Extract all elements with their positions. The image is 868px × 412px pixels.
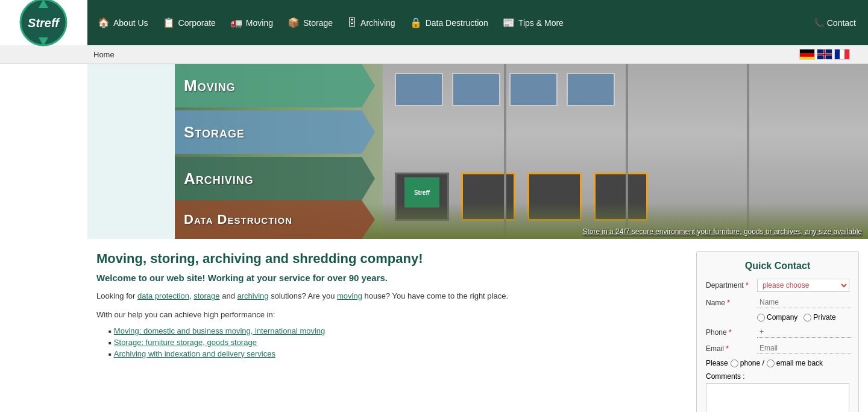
company-radio[interactable] <box>757 314 765 322</box>
services-list: ■ Moving: domestic and business moving, … <box>108 326 678 358</box>
storage-link[interactable]: storage <box>193 291 219 300</box>
main-nav: 🏠 About Us 📋 Corporate 🚛 Moving 📦 Storag… <box>87 0 868 45</box>
tips-more-icon: 📰 <box>503 17 515 28</box>
phone-label: Phone * <box>706 328 757 337</box>
hero-data-destruction-label: Data Destruction <box>184 212 292 227</box>
hero-moving-label: Moving <box>184 77 236 95</box>
department-select[interactable]: please choose <box>757 279 849 292</box>
flag-de[interactable] <box>799 49 815 60</box>
nav-data-destruction[interactable]: 🔒 Data Destruction <box>403 0 495 45</box>
services-intro: With our help you can achieve high perfo… <box>96 309 678 322</box>
hero-section: Streff Moving Storage <box>175 64 868 239</box>
nav-archiving[interactable]: 🗄 Archiving <box>340 0 403 45</box>
nav-moving[interactable]: 🚛 Moving <box>223 0 280 45</box>
quick-contact-title: Quick Contact <box>706 261 849 271</box>
svg-text:Streff: Streff <box>28 16 60 30</box>
list-item-storage: ■ Storage: furniture storage, goods stor… <box>108 338 678 347</box>
moving-icon: 🚛 <box>230 17 242 28</box>
email-callback-label[interactable]: email me back <box>767 359 823 367</box>
contact-phone-icon: 📞 <box>814 18 824 28</box>
list-item-moving: ■ Moving: domestic and business moving, … <box>108 326 678 335</box>
comments-row: Comments : <box>706 372 849 412</box>
phone-row: Phone * <box>706 326 849 338</box>
hero-storage-overlay[interactable]: Storage <box>175 110 362 154</box>
private-radio-label[interactable]: Private <box>804 313 835 322</box>
page-subtitle: Welcome to our web site! Working at your… <box>96 273 678 283</box>
intro-paragraph: Looking for data protection, storage and… <box>96 290 678 303</box>
moving-list-link[interactable]: Moving: domestic and business moving, in… <box>114 326 325 335</box>
nav-tips-more[interactable]: 📰 Tips & More <box>495 0 571 45</box>
nav-about-us[interactable]: 🏠 About Us <box>90 0 156 45</box>
phone-input[interactable] <box>757 326 852 338</box>
email-label: Email * <box>706 344 757 353</box>
breadcrumb-home[interactable]: Home <box>93 50 115 59</box>
department-row: Department * please choose <box>706 279 849 292</box>
email-callback-radio[interactable] <box>767 360 775 367</box>
email-input[interactable] <box>757 343 852 354</box>
comments-label: Comments : <box>706 372 849 381</box>
name-label: Name * <box>706 299 757 307</box>
comments-textarea[interactable] <box>706 383 849 412</box>
hero-caption: Store in a 24/7 secure environment your … <box>582 227 862 236</box>
nav-storage[interactable]: 📦 Storage <box>280 0 340 45</box>
email-row: Email * <box>706 343 849 354</box>
header: Streff 🏠 About Us 📋 Corporate 🚛 Moving 📦… <box>0 0 868 45</box>
language-selector <box>799 49 850 60</box>
company-private-row: Company Private <box>706 313 849 322</box>
storage-list-link[interactable]: Storage: furniture storage, goods storag… <box>114 338 257 347</box>
hero-moving-overlay[interactable]: Moving <box>175 64 362 107</box>
home-icon: 🏠 <box>98 17 110 28</box>
data-protection-link[interactable]: data protection <box>137 291 189 300</box>
corporate-icon: 📋 <box>163 17 175 28</box>
page-title: Moving, storing, archiving and shredding… <box>96 251 678 267</box>
nav-corporate[interactable]: 📋 Corporate <box>156 0 223 45</box>
archiving-icon: 🗄 <box>347 17 357 28</box>
logo-box: Streff <box>0 0 87 45</box>
main-content: Moving, storing, archiving and shredding… <box>96 251 684 412</box>
archiving-link[interactable]: archiving <box>237 291 268 300</box>
please-label: Please <box>706 359 728 367</box>
quick-contact-panel: Quick Contact Department * please choose… <box>696 251 859 412</box>
data-destruction-icon: 🔒 <box>410 17 422 28</box>
breadcrumb-bar: Home <box>0 45 868 64</box>
phone-callback-label[interactable]: phone / <box>731 359 764 367</box>
hero-data-destruction-overlay[interactable]: Data Destruction <box>175 200 362 239</box>
company-radio-label[interactable]: Company <box>757 313 797 322</box>
contact-preference-row: Please phone / email me back <box>706 359 849 367</box>
flag-fr[interactable] <box>834 49 850 60</box>
archiving-list-link[interactable]: Archiving with indexation and delivery s… <box>114 349 275 358</box>
nav-contact[interactable]: 📞 Contact <box>805 18 865 28</box>
moving-link[interactable]: moving <box>337 291 362 300</box>
department-label: Department * <box>706 281 757 290</box>
storage-icon: 📦 <box>288 17 300 28</box>
hero-archiving-label: Archiving <box>184 170 254 188</box>
logo-svg: Streff <box>18 0 69 48</box>
flag-en[interactable] <box>817 49 832 60</box>
hero-storage-label: Storage <box>184 123 245 142</box>
name-row: Name * <box>706 297 849 308</box>
list-item-archiving: ■ Archiving with indexation and delivery… <box>108 349 678 358</box>
private-radio[interactable] <box>804 314 811 322</box>
name-input[interactable] <box>757 297 852 308</box>
hero-archiving-overlay[interactable]: Archiving <box>175 157 362 200</box>
phone-callback-radio[interactable] <box>731 360 738 367</box>
